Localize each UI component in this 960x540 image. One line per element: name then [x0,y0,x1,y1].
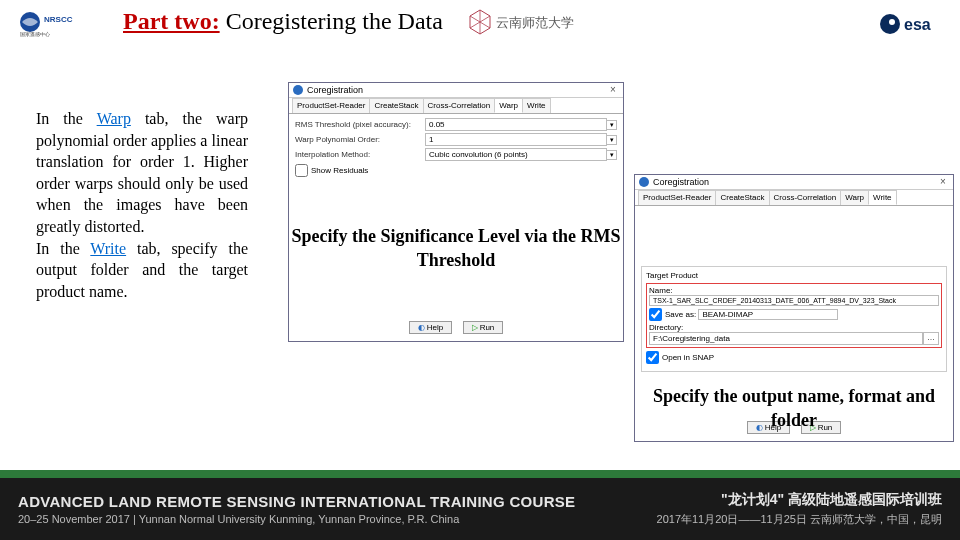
name-label: Name: [649,286,939,295]
body-paragraph: In the Warp tab, the warp polynomial ord… [36,108,248,302]
page-title: Part two: Coregistering the Data [123,8,443,35]
dialog-title: Coregistration [307,85,363,95]
play-icon: ▷ [472,323,478,332]
write-link: Write [90,240,126,257]
chevron-down-icon[interactable]: ▾ [607,135,617,145]
open-checkbox[interactable] [646,351,659,364]
footer: ADVANCED LAND REMOTE SENSING INTERNATION… [0,470,960,540]
close-icon[interactable]: × [607,85,619,97]
part-subtitle: Coregistering the Data [220,8,443,34]
name-input[interactable]: TSX-1_SAR_SLC_CRDEF_20140313_DATE_006_AT… [649,295,939,306]
annotation-rms: Specify the Significance Level via the R… [288,224,624,273]
dialog-tabs: ProductSet-Reader CreateStack Cross-Corr… [289,98,623,114]
tab-write[interactable]: Write [868,190,897,205]
tab-warp[interactable]: Warp [494,98,523,113]
chevron-down-icon[interactable]: ▾ [607,150,617,160]
close-icon[interactable]: × [937,177,949,189]
poly-input[interactable]: 1 [425,133,607,146]
svg-text:esa: esa [904,16,931,33]
footer-course-sub: 20–25 November 2017 | Yunnan Normal Univ… [18,513,575,525]
svg-point-4 [889,19,895,25]
tab-productset[interactable]: ProductSet-Reader [638,190,716,205]
app-icon [293,85,303,95]
target-section-label: Target Product [646,271,942,280]
esa-logo: esa [878,8,942,40]
coregistration-dialog-warp: Coregistration× ProductSet-Reader Create… [288,82,624,342]
rms-label: RMS Threshold (pixel accuracy): [295,120,425,129]
dialog-title: Coregistration [653,177,709,187]
ynnu-text: 云南师范大学 [496,14,574,32]
tab-createstack[interactable]: CreateStack [715,190,769,205]
chevron-down-icon[interactable]: ▾ [607,120,617,130]
help-button[interactable]: ◐Help [409,321,452,334]
run-button[interactable]: ▷Run [463,321,504,334]
saveas-checkbox[interactable] [649,308,662,321]
dir-input[interactable]: F:\Coregistering_data [649,332,923,345]
format-select[interactable]: BEAM-DIMAP [698,309,838,320]
app-icon [639,177,649,187]
interp-label: Interpolation Method: [295,150,425,159]
tab-productset[interactable]: ProductSet-Reader [292,98,370,113]
help-icon: ◐ [418,323,425,332]
browse-button[interactable]: … [923,332,939,345]
svg-text:国家遥感中心: 国家遥感中心 [20,31,50,37]
footer-course-title: ADVANCED LAND REMOTE SENSING INTERNATION… [18,493,575,510]
svg-text:NRSCC: NRSCC [44,15,73,24]
interp-input[interactable]: Cubic convolution (6 points) [425,148,607,161]
dir-label: Directory: [649,323,939,332]
tab-write[interactable]: Write [522,98,551,113]
poly-label: Warp Polynomial Order: [295,135,425,144]
show-residuals-checkbox[interactable]: Show Residuals [295,164,617,177]
footer-course-sub-cn: 2017年11月20日——11月25日 云南师范大学，中国，昆明 [657,512,942,527]
dialog-tabs: ProductSet-Reader CreateStack Cross-Corr… [635,190,953,206]
tab-crosscorr[interactable]: Cross-Correlation [769,190,842,205]
tab-createstack[interactable]: CreateStack [369,98,423,113]
warp-link: Warp [97,110,131,127]
tab-crosscorr[interactable]: Cross-Correlation [423,98,496,113]
annotation-output: Specify the output name, format and fold… [634,384,954,433]
rms-input[interactable]: 0.05 [425,118,607,131]
part-label: Part two: [123,8,220,34]
nrscc-logo: NRSCC国家遥感中心 [18,10,98,38]
tab-warp[interactable]: Warp [840,190,869,205]
ynnu-logo [468,8,492,36]
footer-course-title-cn: "龙计划4" 高级陆地遥感国际培训班 [657,491,942,509]
